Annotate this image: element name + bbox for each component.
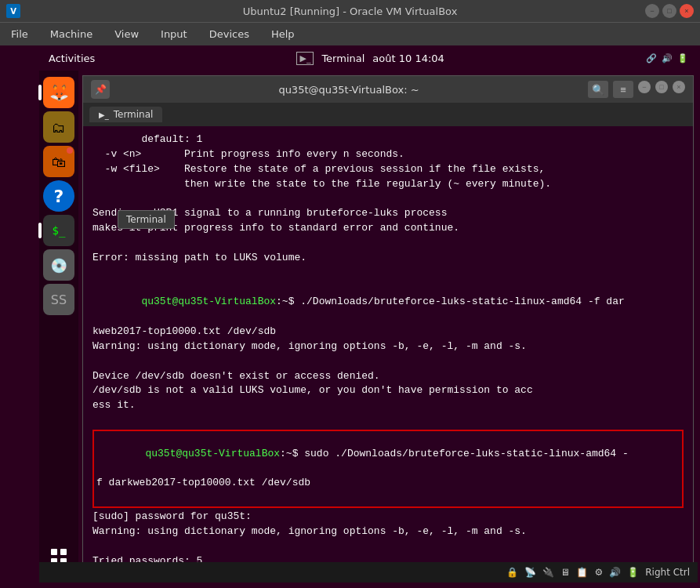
term-prompt-1: qu35t@qu35t-VirtualBox:~$ ./Downloads/br… xyxy=(92,280,684,325)
terminal-window: 📌 qu35t@qu35t-VirtualBox: ~ 🔍 ≡ − □ × ▶_… xyxy=(82,75,694,569)
dock-terminal[interactable]: $_ xyxy=(43,215,74,246)
dock-help[interactable]: ? xyxy=(43,180,74,212)
status-clipboard-icon: 📋 xyxy=(576,567,588,578)
svg-rect-0 xyxy=(51,549,57,555)
right-ctrl-label: Right Ctrl xyxy=(645,567,690,578)
prompt-dollar-2: :~$ xyxy=(280,448,298,459)
term-line-13: /dev/sdb is not a valid LUKS volume, or … xyxy=(92,383,684,398)
terminal-tab[interactable]: ▶_ Terminal xyxy=(89,107,162,122)
terminal-close-button[interactable]: × xyxy=(673,81,685,93)
dock-screenshot[interactable]: SS xyxy=(43,284,74,315)
sudo-command-block: qu35t@qu35t-VirtualBox:~$ sudo ./Downloa… xyxy=(92,430,684,508)
term-spacer-2 xyxy=(92,413,684,428)
menu-input[interactable]: Input xyxy=(156,27,192,42)
window-controls: − □ × xyxy=(645,4,694,18)
terminal-minimize-button[interactable]: − xyxy=(638,81,651,93)
title-bar: V Ubuntu2 [Running] - Oracle VM VirtualB… xyxy=(0,0,700,22)
menu-file[interactable]: File xyxy=(6,27,33,42)
term-line-5 xyxy=(92,191,684,206)
terminal-title: qu35t@qu35t-VirtualBox: ~ xyxy=(278,84,419,96)
ubuntu-topbar-center: ▶_ Terminal août 10 14:04 xyxy=(296,52,444,65)
term-line-2: -v <n> Print progress info every n secon… xyxy=(92,147,684,162)
menu-devices[interactable]: Devices xyxy=(205,27,254,42)
term-line-3: -w <file> Restore the state of a previou… xyxy=(92,162,684,177)
terminal-search-button[interactable]: 🔍 xyxy=(588,81,608,98)
battery-icon: 🔋 xyxy=(677,53,688,64)
status-display-icon: 🖥 xyxy=(560,567,570,578)
term-line-1: default: 1 xyxy=(92,132,684,147)
network-icon: 🔗 xyxy=(646,53,657,64)
activities-button[interactable]: Activities xyxy=(49,53,95,64)
cmd-1a: ./Downloads/bruteforce-luks-static-linux… xyxy=(294,296,624,307)
terminal-window-controls: 🔍 ≡ − □ × xyxy=(588,81,685,98)
svg-rect-1 xyxy=(60,549,67,555)
menu-bar: File Machine View Input Devices Help xyxy=(0,22,700,45)
term-line-10 xyxy=(92,266,684,281)
status-network-icon: 📡 xyxy=(524,567,536,578)
dock: 🦊 🗂 🛍 ? $_ 💿 SS xyxy=(39,71,78,580)
status-settings-icon: ⚙ xyxy=(594,567,603,578)
status-volume-icon: 🔊 xyxy=(609,567,621,578)
active-app-label: Terminal xyxy=(321,53,365,64)
terminal-content[interactable]: default: 1 -v <n> Print progress info ev… xyxy=(83,126,693,568)
term-line-7: makes it print progress info to standard… xyxy=(92,221,684,236)
datetime-label: août 10 14:04 xyxy=(372,53,444,64)
menu-view[interactable]: View xyxy=(110,27,143,42)
volume-icon: 🔊 xyxy=(662,53,673,64)
terminal-tab-bar: ▶_ Terminal xyxy=(83,103,693,126)
term-spacer-1 xyxy=(92,354,684,369)
dock-appstore[interactable]: 🛍 xyxy=(43,146,74,177)
sudo-cmd-b: f darkweb2017-top10000.txt /dev/sdb xyxy=(96,477,310,488)
ubuntu-topbar: Activities ▶_ Terminal août 10 14:04 🔗 🔊… xyxy=(39,45,698,71)
term-warn-1: Warning: using dictionary mode, ignoring… xyxy=(92,339,684,354)
title-bar-left: V xyxy=(6,4,20,18)
terminal-indicator-icon: ▶_ xyxy=(296,52,314,65)
term-line-9: Error: missing path to LUKS volume. xyxy=(92,251,684,266)
term-line-14: ess it. xyxy=(92,398,684,413)
sudo-cmd-a: sudo ./Downloads/bruteforce-luks-static-… xyxy=(298,448,628,459)
terminal-maximize-button[interactable]: □ xyxy=(655,81,668,93)
vm-window: Activities ▶_ Terminal août 10 14:04 🔗 🔊… xyxy=(39,45,698,583)
menu-machine[interactable]: Machine xyxy=(45,27,97,42)
sudo-password-prompt: [sudo] password for qu35t: xyxy=(92,510,684,524)
status-bar: 🔒 📡 🔌 🖥 📋 ⚙ 🔊 🔋 Right Ctrl xyxy=(39,562,698,583)
terminal-pin-icon: 📌 xyxy=(91,80,110,99)
close-button[interactable]: × xyxy=(680,4,694,18)
system-tray: 🔗 🔊 🔋 xyxy=(646,53,688,64)
status-battery-icon: 🔋 xyxy=(627,567,639,578)
dock-files[interactable]: 🗂 xyxy=(43,111,74,143)
prompt-user-2: qu35t@qu35t-VirtualBox xyxy=(145,448,280,459)
terminal-tab-icon: ▶_ xyxy=(99,111,109,119)
term-line-4: then write the state to the file regular… xyxy=(92,177,684,192)
term-spacer-3 xyxy=(92,539,684,554)
tooltip-text: Terminal xyxy=(126,214,166,225)
terminal-titlebar: 📌 qu35t@qu35t-VirtualBox: ~ 🔍 ≡ − □ × xyxy=(83,76,693,103)
window-title: Ubuntu2 [Running] - Oracle VM VirtualBox xyxy=(243,5,458,17)
dock-firefox[interactable]: 🦊 xyxy=(43,77,74,108)
status-usb-icon: 🔌 xyxy=(542,567,554,578)
minimize-button[interactable]: − xyxy=(645,4,659,18)
term-line-12: Device /dev/sdb doesn't exist or access … xyxy=(92,369,684,384)
terminal-tab-label: Terminal xyxy=(114,109,154,120)
dock-disk[interactable]: 💿 xyxy=(43,249,74,281)
prompt-dollar-1: :~$ xyxy=(276,296,294,307)
term-line-8 xyxy=(92,236,684,251)
term-line-6: Sending a USR1 signal to a running brute… xyxy=(92,206,684,221)
terminal-tooltip: Terminal xyxy=(118,210,175,229)
terminal-menu-button[interactable]: ≡ xyxy=(613,81,633,98)
maximize-button[interactable]: □ xyxy=(662,4,676,18)
prompt-user-1: qu35t@qu35t-VirtualBox xyxy=(141,296,276,307)
term-warn-2: Warning: using dictionary mode, ignoring… xyxy=(92,524,684,539)
cmd-1b: kweb2017-top10000.txt /dev/sdb xyxy=(92,325,684,339)
virtualbox-icon: V xyxy=(6,4,20,18)
menu-help[interactable]: Help xyxy=(267,27,299,42)
status-lock-icon: 🔒 xyxy=(506,567,518,578)
